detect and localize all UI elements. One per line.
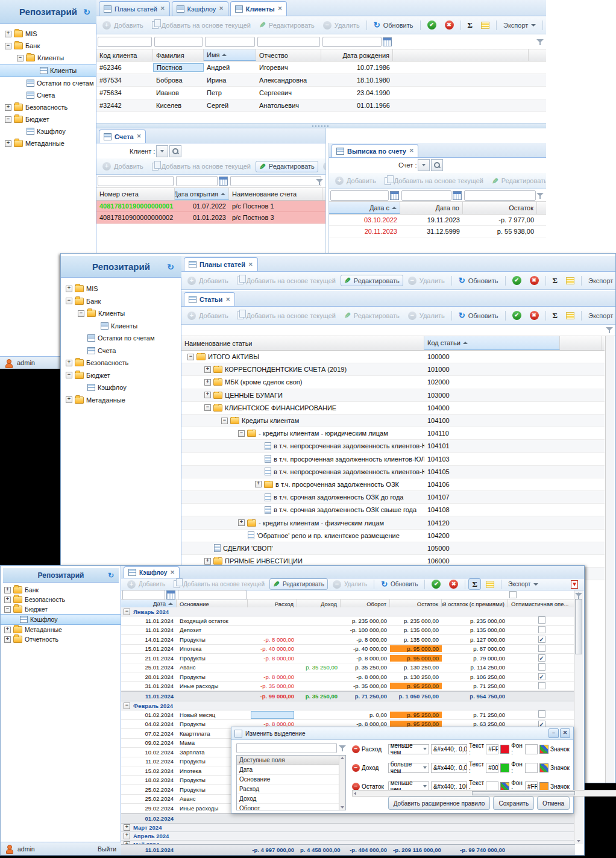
collapse-icon[interactable]: [124, 703, 130, 709]
filter-input[interactable]: [322, 37, 382, 47]
button-Сохранить[interactable]: Сохранить: [493, 797, 534, 810]
toolbar-button-Экспорт[interactable]: Экспорт: [504, 579, 542, 589]
expand-icon[interactable]: [4, 597, 11, 603]
text-color-input[interactable]: #FF0: [486, 744, 498, 754]
grid-cell[interactable]: #75634: [96, 89, 153, 96]
row-checkbox[interactable]: [538, 616, 545, 624]
balance-cell[interactable]: р. 135 000,00: [390, 627, 442, 633]
article-code-cell[interactable]: 103000: [424, 392, 560, 399]
toolbar-button-Удалить[interactable]: Удалить: [404, 310, 448, 322]
funnel-icon[interactable]: [316, 178, 323, 186]
toolbar-button-Добавить[interactable]: Добавить: [124, 578, 169, 590]
toolbar-button-Экспорт[interactable]: Экспорт: [585, 310, 615, 321]
toolbar-button-hl[interactable]: [477, 20, 493, 31]
tree-item[interactable]: Бюджет: [0, 113, 96, 125]
close-icon[interactable]: [160, 6, 165, 11]
filter-input[interactable]: [401, 190, 451, 201]
date-cell[interactable]: 10.02.2024: [121, 749, 177, 756]
calendar-icon[interactable]: [166, 590, 175, 600]
toolbar-button-no[interactable]: [441, 19, 457, 31]
tree-item[interactable]: Кэшфлоу: [1, 614, 121, 625]
expand-icon[interactable]: [124, 824, 130, 831]
grid-cell[interactable]: 23.04.1990: [321, 89, 393, 96]
article-code-cell[interactable]: 104110: [424, 430, 560, 437]
article-code-cell[interactable]: 105000: [424, 545, 560, 552]
date-to-cell[interactable]: 19.11.2023: [400, 216, 463, 224]
table-row[interactable]: #87534БоброваИринаАлександровна18.10.198…: [96, 74, 546, 87]
table-row[interactable]: в т.ч. просроченная задолженность клиент…: [181, 453, 605, 466]
filter-input[interactable]: [178, 590, 247, 600]
table-row[interactable]: в т.ч. непросроченная задолженность клие…: [181, 440, 605, 452]
article-name-cell[interactable]: КОРРЕСПОНДЕНТСКИЕ СЧЕТА (2019): [181, 366, 424, 373]
column-header-Оптимистичный остаток (с премиями)[interactable]: Оптимистичный остаток (с премиями): [442, 600, 508, 608]
tree-item[interactable]: Клиенты: [0, 64, 96, 77]
tree-item[interactable]: Кэшфлоу: [61, 381, 181, 394]
remove-condition-icon[interactable]: [352, 764, 360, 772]
article-name-cell[interactable]: - кредиты клиентам - физическим лицам: [181, 519, 424, 527]
table-row[interactable]: 4081781090000000000201.01.2023р/с Постно…: [96, 212, 325, 224]
expense-cell[interactable]: -р. 40 000,00: [248, 645, 297, 652]
grid-cell[interactable]: Андрей: [204, 64, 256, 71]
vertical-scrollbar[interactable]: [605, 336, 614, 783]
column-header-Оптимистичная опе...[interactable]: Оптимистичная опе...: [508, 600, 575, 608]
basis-cell[interactable]: Продукты: [177, 655, 248, 662]
optimistic-cell[interactable]: р. 87 000,00: [442, 645, 508, 652]
expand-icon[interactable]: [204, 558, 211, 565]
row-checkbox[interactable]: [538, 636, 545, 643]
toolbar-button-Редактировать[interactable]: Редактировать: [341, 275, 403, 286]
tree-item[interactable]: Безопасность: [61, 357, 181, 369]
column-header-Основание[interactable]: Основание: [177, 600, 248, 608]
account-combo-button[interactable]: [418, 159, 430, 171]
expand-icon[interactable]: [238, 519, 245, 526]
calendar-icon[interactable]: [390, 191, 399, 200]
toolbar-button-Добавить на основе текущей[interactable]: Добавить на основе текущей: [381, 175, 487, 187]
table-row[interactable]: в т.ч. срочная задолженность ОЗК свыше г…: [181, 504, 605, 516]
table-row[interactable]: ЦЕННЫЕ БУМАГИ103000: [181, 389, 605, 402]
expense-cell[interactable]: -р. 35 000,00: [248, 683, 297, 689]
expand-icon[interactable]: [66, 360, 72, 366]
balance-cell[interactable]: р. 95 250,00: [390, 712, 442, 718]
account-search-button[interactable]: [431, 159, 443, 171]
close-icon[interactable]: [278, 6, 283, 11]
date-cell[interactable]: 01.02.2024: [121, 712, 177, 718]
column-header-Фамилия[interactable]: Фамилия: [153, 49, 204, 61]
balance-cell[interactable]: -р. 7 977,00: [463, 216, 537, 224]
turnover-cell[interactable]: р. 235 000,00: [341, 618, 390, 624]
balance-cell[interactable]: р. 55 938,00: [463, 228, 537, 235]
article-name-cell[interactable]: в т.ч. просроченная задолженность клиент…: [181, 455, 424, 463]
optimistic-cell[interactable]: р. 114 250,00: [442, 664, 508, 671]
collapse-icon[interactable]: [221, 418, 228, 424]
table-row[interactable]: КЛИЕНТСКОЕ ФИНАНСИРОВАНИЕ104000: [181, 402, 605, 415]
toolbar-button-hl[interactable]: [562, 310, 578, 321]
column-header-Отчество[interactable]: Отчество: [256, 49, 321, 61]
date-cell[interactable]: 28.01.2024: [121, 674, 177, 680]
date-cell[interactable]: 11.02.2024: [121, 758, 177, 765]
calendar-icon[interactable]: [453, 191, 462, 200]
toolbar-button-export-file[interactable]: [567, 578, 582, 590]
client-search-button[interactable]: [169, 145, 181, 157]
article-code-cell[interactable]: 102000: [424, 378, 560, 386]
bg-color-input[interactable]: [525, 763, 538, 773]
expand-icon[interactable]: [204, 379, 211, 386]
toolbar-button-Добавить[interactable]: Добавить: [99, 160, 147, 172]
text-color-input[interactable]: #00F: [486, 763, 498, 773]
expense-cell[interactable]: -р. 8 000,00: [248, 655, 297, 662]
article-name-cell[interactable]: Кредиты клиентам: [181, 417, 424, 424]
date-to-cell[interactable]: 31.12.5999: [400, 228, 463, 235]
grid-cell[interactable]: Боброва: [153, 77, 204, 84]
table-row[interactable]: КОРРЕСПОНДЕНТСКИЕ СЧЕТА (2019)101000: [181, 363, 605, 376]
tree-item[interactable]: Банк: [0, 40, 96, 52]
filter-input[interactable]: [330, 190, 389, 201]
list-scrollbar[interactable]: [339, 756, 345, 810]
date-cell[interactable]: 11.01.2024: [121, 618, 177, 624]
filter-input[interactable]: [205, 37, 255, 47]
toolbar-button-Удалить[interactable]: Удалить: [319, 160, 325, 172]
article-name-cell[interactable]: ПРЯМЫЕ ИНВЕСТИЦИИ: [181, 557, 424, 565]
optimistic-cell[interactable]: р. 71 250,00: [442, 683, 508, 689]
toolbar-button-Добавить[interactable]: Добавить: [184, 310, 232, 322]
close-icon[interactable]: [170, 570, 175, 575]
article-name-cell[interactable]: ИТОГО АКТИВЫ: [181, 353, 424, 360]
field-list-item[interactable]: Доход: [237, 794, 345, 804]
balance-cell[interactable]: р. 130 250,00: [390, 664, 442, 671]
tree-item[interactable]: Бюджет: [61, 369, 181, 382]
